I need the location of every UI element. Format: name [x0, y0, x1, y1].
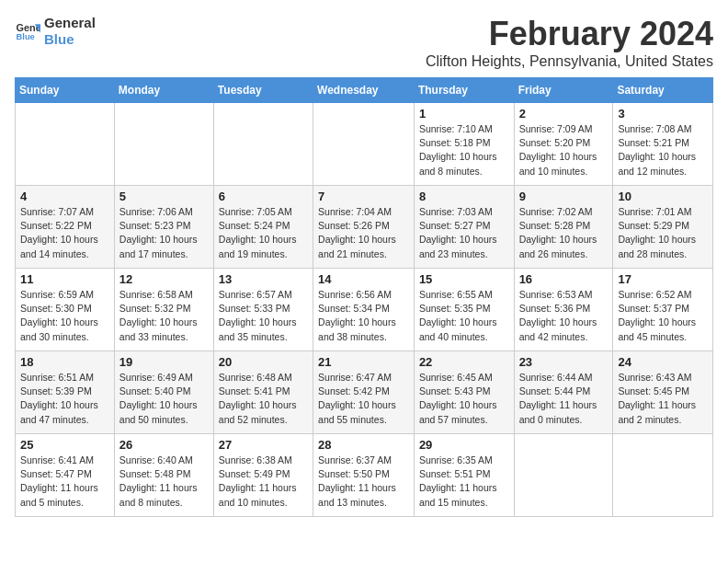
- week-row-4: 18Sunrise: 6:51 AM Sunset: 5:39 PM Dayli…: [16, 351, 713, 434]
- calendar-body: 1Sunrise: 7:10 AM Sunset: 5:18 PM Daylig…: [16, 103, 713, 517]
- day-cell: 12Sunrise: 6:58 AM Sunset: 5:32 PM Dayli…: [114, 269, 213, 351]
- col-header-tuesday: Tuesday: [213, 78, 313, 103]
- day-detail: Sunrise: 6:47 AM Sunset: 5:42 PM Dayligh…: [318, 371, 409, 427]
- col-header-sunday: Sunday: [16, 78, 115, 103]
- logo-icon: General Blue: [15, 18, 40, 44]
- day-number: 15: [419, 272, 509, 286]
- day-number: 22: [419, 355, 509, 369]
- day-number: 3: [618, 107, 708, 121]
- month-title: February 2024: [426, 15, 713, 53]
- calendar-header-row: SundayMondayTuesdayWednesdayThursdayFrid…: [16, 78, 713, 103]
- week-row-2: 4Sunrise: 7:07 AM Sunset: 5:22 PM Daylig…: [16, 186, 713, 269]
- day-cell: 15Sunrise: 6:55 AM Sunset: 5:35 PM Dayli…: [414, 269, 514, 351]
- day-cell: 13Sunrise: 6:57 AM Sunset: 5:33 PM Dayli…: [213, 269, 313, 351]
- day-number: 28: [318, 438, 409, 452]
- day-cell: [16, 103, 115, 186]
- day-detail: Sunrise: 7:01 AM Sunset: 5:29 PM Dayligh…: [618, 205, 708, 261]
- day-cell: 19Sunrise: 6:49 AM Sunset: 5:40 PM Dayli…: [114, 351, 213, 434]
- week-row-1: 1Sunrise: 7:10 AM Sunset: 5:18 PM Daylig…: [16, 103, 713, 186]
- day-cell: 18Sunrise: 6:51 AM Sunset: 5:39 PM Dayli…: [16, 351, 115, 434]
- day-detail: Sunrise: 6:59 AM Sunset: 5:30 PM Dayligh…: [20, 288, 109, 344]
- day-detail: Sunrise: 6:51 AM Sunset: 5:39 PM Dayligh…: [20, 371, 109, 427]
- day-detail: Sunrise: 7:07 AM Sunset: 5:22 PM Dayligh…: [20, 205, 109, 261]
- day-cell: 2Sunrise: 7:09 AM Sunset: 5:20 PM Daylig…: [514, 103, 613, 186]
- day-number: 25: [20, 438, 109, 452]
- location-title: Clifton Heights, Pennsylvania, United St…: [426, 53, 713, 70]
- day-number: 19: [119, 355, 209, 369]
- day-number: 23: [519, 355, 609, 369]
- day-detail: Sunrise: 6:43 AM Sunset: 5:45 PM Dayligh…: [618, 371, 708, 427]
- day-number: 9: [519, 190, 609, 203]
- day-number: 8: [419, 190, 509, 203]
- day-detail: Sunrise: 7:09 AM Sunset: 5:20 PM Dayligh…: [519, 122, 609, 178]
- day-cell: 11Sunrise: 6:59 AM Sunset: 5:30 PM Dayli…: [16, 269, 115, 351]
- logo-line1: General: [44, 15, 96, 31]
- day-cell: 1Sunrise: 7:10 AM Sunset: 5:18 PM Daylig…: [414, 103, 514, 186]
- col-header-friday: Friday: [514, 78, 613, 103]
- logo-line2: Blue: [44, 31, 96, 48]
- day-cell: [213, 103, 313, 186]
- day-number: 10: [618, 190, 708, 203]
- day-detail: Sunrise: 7:06 AM Sunset: 5:23 PM Dayligh…: [119, 205, 209, 261]
- day-cell: 17Sunrise: 6:52 AM Sunset: 5:37 PM Dayli…: [613, 269, 713, 351]
- day-cell: 29Sunrise: 6:35 AM Sunset: 5:51 PM Dayli…: [414, 434, 514, 517]
- day-number: 2: [519, 107, 609, 121]
- day-cell: 23Sunrise: 6:44 AM Sunset: 5:44 PM Dayli…: [514, 351, 613, 434]
- day-cell: [313, 103, 415, 186]
- day-cell: 25Sunrise: 6:41 AM Sunset: 5:47 PM Dayli…: [16, 434, 115, 517]
- day-number: 1: [419, 107, 509, 121]
- day-detail: Sunrise: 7:05 AM Sunset: 5:24 PM Dayligh…: [219, 205, 308, 261]
- day-detail: Sunrise: 6:41 AM Sunset: 5:47 PM Dayligh…: [20, 454, 109, 510]
- day-cell: 6Sunrise: 7:05 AM Sunset: 5:24 PM Daylig…: [213, 186, 313, 269]
- day-number: 4: [20, 190, 109, 203]
- day-detail: Sunrise: 6:45 AM Sunset: 5:43 PM Dayligh…: [419, 371, 509, 427]
- day-detail: Sunrise: 6:57 AM Sunset: 5:33 PM Dayligh…: [219, 288, 308, 344]
- day-detail: Sunrise: 6:56 AM Sunset: 5:34 PM Dayligh…: [318, 288, 409, 344]
- day-number: 20: [219, 355, 308, 369]
- day-cell: 7Sunrise: 7:04 AM Sunset: 5:26 PM Daylig…: [313, 186, 415, 269]
- day-detail: Sunrise: 6:53 AM Sunset: 5:36 PM Dayligh…: [519, 288, 609, 344]
- col-header-thursday: Thursday: [414, 78, 514, 103]
- col-header-wednesday: Wednesday: [313, 78, 415, 103]
- day-cell: 4Sunrise: 7:07 AM Sunset: 5:22 PM Daylig…: [16, 186, 115, 269]
- day-number: 17: [618, 272, 708, 286]
- day-number: 18: [20, 355, 109, 369]
- day-cell: 16Sunrise: 6:53 AM Sunset: 5:36 PM Dayli…: [514, 269, 613, 351]
- day-cell: 27Sunrise: 6:38 AM Sunset: 5:49 PM Dayli…: [213, 434, 313, 517]
- day-cell: 28Sunrise: 6:37 AM Sunset: 5:50 PM Dayli…: [313, 434, 415, 517]
- col-header-monday: Monday: [114, 78, 213, 103]
- svg-text:Blue: Blue: [17, 32, 35, 41]
- day-cell: 10Sunrise: 7:01 AM Sunset: 5:29 PM Dayli…: [613, 186, 713, 269]
- day-cell: 5Sunrise: 7:06 AM Sunset: 5:23 PM Daylig…: [114, 186, 213, 269]
- day-cell: [613, 434, 713, 517]
- day-detail: Sunrise: 7:02 AM Sunset: 5:28 PM Dayligh…: [519, 205, 609, 261]
- day-cell: 8Sunrise: 7:03 AM Sunset: 5:27 PM Daylig…: [414, 186, 514, 269]
- day-detail: Sunrise: 6:52 AM Sunset: 5:37 PM Dayligh…: [618, 288, 708, 344]
- day-number: 6: [219, 190, 308, 203]
- day-number: 12: [119, 272, 209, 286]
- day-detail: Sunrise: 6:48 AM Sunset: 5:41 PM Dayligh…: [219, 371, 308, 427]
- day-number: 16: [519, 272, 609, 286]
- week-row-5: 25Sunrise: 6:41 AM Sunset: 5:47 PM Dayli…: [16, 434, 713, 517]
- col-header-saturday: Saturday: [613, 78, 713, 103]
- day-number: 24: [618, 355, 708, 369]
- day-cell: 9Sunrise: 7:02 AM Sunset: 5:28 PM Daylig…: [514, 186, 613, 269]
- day-number: 7: [318, 190, 409, 203]
- svg-text:General: General: [17, 22, 40, 33]
- day-number: 11: [20, 272, 109, 286]
- day-detail: Sunrise: 6:38 AM Sunset: 5:49 PM Dayligh…: [219, 454, 308, 510]
- day-cell: 21Sunrise: 6:47 AM Sunset: 5:42 PM Dayli…: [313, 351, 415, 434]
- title-area: February 2024 Clifton Heights, Pennsylva…: [426, 15, 713, 70]
- day-number: 14: [318, 272, 409, 286]
- day-detail: Sunrise: 7:04 AM Sunset: 5:26 PM Dayligh…: [318, 205, 409, 261]
- day-cell: [514, 434, 613, 517]
- day-detail: Sunrise: 6:55 AM Sunset: 5:35 PM Dayligh…: [419, 288, 509, 344]
- day-number: 21: [318, 355, 409, 369]
- day-number: 13: [219, 272, 308, 286]
- day-cell: [114, 103, 213, 186]
- day-number: 29: [419, 438, 509, 452]
- day-detail: Sunrise: 6:49 AM Sunset: 5:40 PM Dayligh…: [119, 371, 209, 427]
- day-detail: Sunrise: 7:10 AM Sunset: 5:18 PM Dayligh…: [419, 122, 509, 178]
- day-cell: 20Sunrise: 6:48 AM Sunset: 5:41 PM Dayli…: [213, 351, 313, 434]
- day-cell: 14Sunrise: 6:56 AM Sunset: 5:34 PM Dayli…: [313, 269, 415, 351]
